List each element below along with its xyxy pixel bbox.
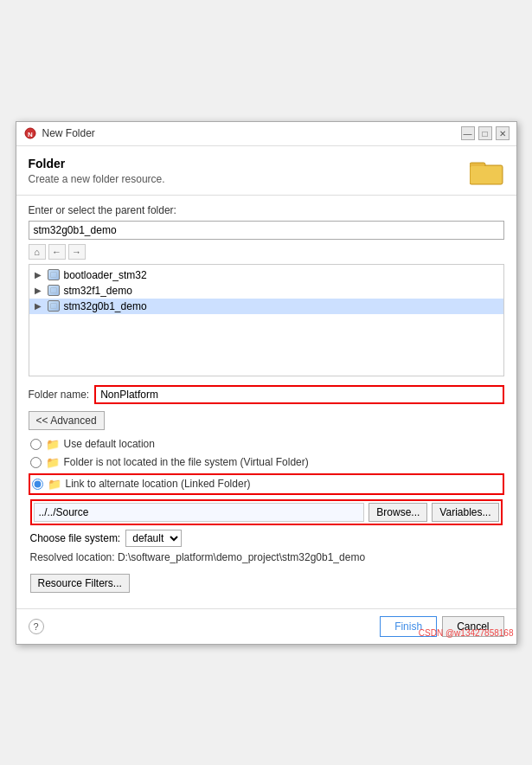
project-icon-stm32f1 <box>48 285 60 296</box>
close-button[interactable]: ✕ <box>496 126 510 140</box>
maximize-button[interactable]: □ <box>478 126 492 140</box>
radio-use-default[interactable] <box>30 439 42 450</box>
option-link-label: Link to alternate location (Linked Folde… <box>66 478 251 490</box>
advanced-section: 📁 Use default location 📁 Folder is not l… <box>29 435 504 600</box>
folder-icon <box>470 157 504 186</box>
folder-tree[interactable]: ▶ bootloader_stm32 ▶ stm32f1_demo ▶ stm3… <box>29 264 504 376</box>
tree-label-stm32f1: stm32f1_demo <box>64 285 132 297</box>
tree-label-stm32g0b1: stm32g0b1_demo <box>64 300 147 312</box>
folder-name-label: Folder name: <box>29 389 90 401</box>
nav-home-button[interactable]: ⌂ <box>29 244 46 260</box>
tree-label-bootloader: bootloader_stm32 <box>64 269 147 281</box>
header-title: Folder <box>29 157 165 170</box>
resolved-value: D:\software_platform\demo_project\stm32g… <box>118 551 365 563</box>
project-icon-stm32g0b1 <box>48 300 60 312</box>
tree-arrow-stm32f1: ▶ <box>35 286 43 295</box>
folder-name-input[interactable] <box>94 385 503 404</box>
folder-icon-small2: 📁 <box>46 456 60 469</box>
resource-filters-button[interactable]: Resource Filters... <box>30 574 130 593</box>
option-virtual-label: Folder is not located in the file system… <box>64 456 309 468</box>
tree-item-bootloader[interactable]: ▶ bootloader_stm32 <box>29 267 503 283</box>
tree-item-stm32f1[interactable]: ▶ stm32f1_demo <box>29 283 503 299</box>
folder-icon-small1: 📁 <box>46 438 60 451</box>
option-virtual-folder[interactable]: 📁 Folder is not located in the file syst… <box>29 453 504 472</box>
parent-folder-label: Enter or select the parent folder: <box>29 204 504 216</box>
app-icon: N <box>23 126 37 140</box>
tree-nav-bar: ⌂ ← → <box>29 244 504 260</box>
tree-item-stm32g0b1[interactable]: ▶ stm32g0b1_demo <box>29 299 503 314</box>
header-section: Folder Create a new folder resource. <box>16 146 516 196</box>
option-link-alternate[interactable]: 📁 Link to alternate location (Linked Fol… <box>29 473 504 495</box>
title-bar: N New Folder — □ ✕ <box>16 122 516 146</box>
variables-button[interactable]: Variables... <box>432 503 498 522</box>
advanced-button[interactable]: << Advanced <box>29 411 105 430</box>
tree-arrow-bootloader: ▶ <box>35 270 43 280</box>
option-use-default-label: Use default location <box>64 438 155 450</box>
tree-arrow-stm32g0b1: ▶ <box>35 301 43 311</box>
link-path-row: Browse... Variables... <box>30 499 503 525</box>
nav-back-button[interactable]: ← <box>48 244 66 260</box>
parent-folder-input[interactable] <box>29 221 504 240</box>
option-use-default[interactable]: 📁 Use default location <box>29 435 504 453</box>
resolved-row: Resolved location: D:\software_platform\… <box>30 551 503 563</box>
resolved-label: Resolved location: <box>30 551 115 563</box>
radio-link-alternate[interactable] <box>32 479 43 490</box>
filesystem-select[interactable]: default <box>125 530 182 547</box>
folder-name-row: Folder name: <box>29 385 504 404</box>
watermark: CSDN @w13427858168 <box>419 628 514 638</box>
help-button[interactable]: ? <box>29 619 44 634</box>
dialog-title: New Folder <box>42 127 95 139</box>
svg-rect-4 <box>471 166 502 183</box>
link-path-input[interactable] <box>34 503 365 522</box>
header-subtitle: Create a new folder resource. <box>29 173 165 185</box>
project-icon-bootloader <box>48 269 60 280</box>
svg-text:N: N <box>28 131 33 138</box>
folder-icon-small3: 📁 <box>48 478 61 491</box>
filesystem-row: Choose file system: default <box>30 530 503 547</box>
minimize-button[interactable]: — <box>461 126 475 140</box>
browse-button[interactable]: Browse... <box>369 503 427 522</box>
radio-virtual-folder[interactable] <box>30 457 42 468</box>
nav-forward-button[interactable]: → <box>68 244 86 260</box>
body-section: Enter or select the parent folder: ⌂ ← →… <box>16 196 516 608</box>
dialog-footer: ? Finish Cancel <box>16 608 516 644</box>
filesystem-label: Choose file system: <box>30 532 121 544</box>
